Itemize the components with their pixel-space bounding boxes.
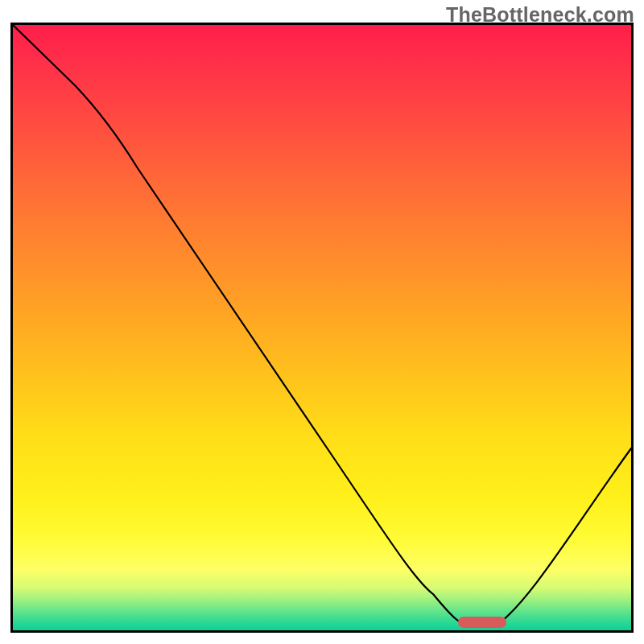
optimal-marker xyxy=(458,617,506,628)
bottleneck-curve xyxy=(13,25,631,625)
chart-canvas: TheBottleneck.com xyxy=(0,0,644,644)
plot-frame xyxy=(10,23,634,633)
curve-layer xyxy=(13,25,631,630)
